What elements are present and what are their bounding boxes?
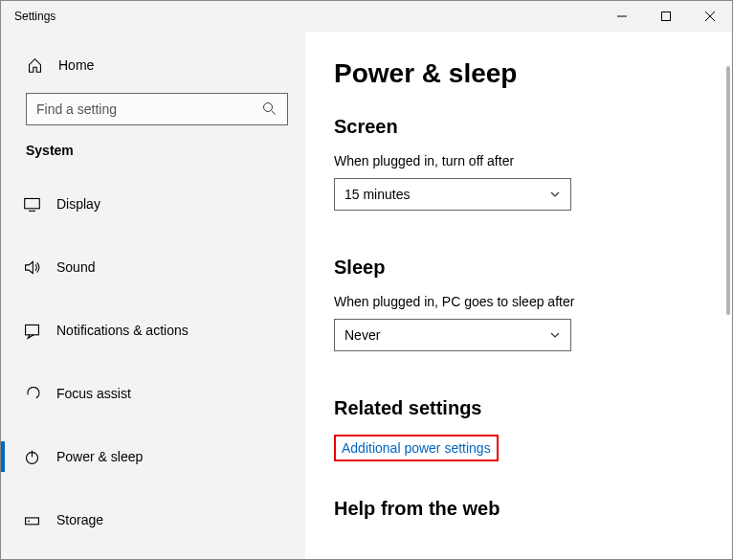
display-icon: [22, 194, 41, 213]
sidebar-item-label: Storage: [56, 512, 103, 527]
chevron-down-icon: [549, 189, 561, 200]
power-icon: [22, 447, 41, 466]
notifications-icon: [22, 321, 41, 340]
sidebar-item-focus-assist[interactable]: Focus assist: [5, 372, 305, 414]
sidebar-item-label: Notifications & actions: [56, 323, 189, 338]
minimize-button[interactable]: [600, 1, 644, 32]
sidebar: Home System Display Sound Notifica: [1, 32, 305, 559]
screen-heading: Screen: [334, 116, 732, 138]
close-button[interactable]: [688, 1, 732, 32]
screen-off-value: 15 minutes: [344, 187, 410, 202]
sidebar-item-notifications[interactable]: Notifications & actions: [5, 309, 305, 351]
scrollbar-thumb[interactable]: [726, 66, 730, 315]
focus-assist-icon: [22, 384, 41, 403]
sleep-label: When plugged in, PC goes to sleep after: [334, 294, 732, 309]
sidebar-item-power-sleep[interactable]: Power & sleep: [5, 436, 305, 478]
additional-power-settings-link[interactable]: Additional power settings: [334, 435, 499, 461]
titlebar: Settings: [1, 1, 732, 32]
home-nav[interactable]: Home: [5, 51, 305, 79]
search-icon: [262, 101, 278, 117]
main-content: Power & sleep Screen When plugged in, tu…: [305, 32, 732, 559]
svg-point-4: [264, 103, 273, 112]
section-label: System: [5, 143, 305, 158]
svg-rect-6: [24, 198, 39, 208]
window-title: Settings: [14, 10, 56, 23]
sleep-heading: Sleep: [334, 257, 732, 279]
maximize-button[interactable]: [644, 1, 688, 32]
sleep-value: Never: [344, 327, 380, 343]
sidebar-item-storage[interactable]: Storage: [5, 499, 305, 541]
svg-line-5: [272, 111, 276, 115]
screen-off-dropdown[interactable]: 15 minutes: [334, 178, 571, 211]
sidebar-item-label: Display: [56, 196, 100, 212]
sidebar-item-label: Sound: [56, 259, 95, 275]
page-title: Power & sleep: [334, 58, 732, 89]
svg-rect-1: [662, 12, 671, 21]
screen-off-label: When plugged in, turn off after: [334, 153, 732, 168]
sidebar-item-label: Power & sleep: [56, 449, 143, 464]
sidebar-item-label: Focus assist: [56, 386, 131, 401]
home-icon: [26, 56, 43, 74]
search-input[interactable]: [36, 101, 262, 117]
sleep-dropdown[interactable]: Never: [334, 319, 571, 351]
related-heading: Related settings: [334, 397, 732, 419]
sound-icon: [22, 258, 41, 277]
chevron-down-icon: [549, 329, 561, 341]
storage-icon: [22, 510, 41, 529]
sidebar-item-display[interactable]: Display: [5, 183, 305, 225]
svg-rect-11: [25, 517, 38, 524]
sidebar-item-sound[interactable]: Sound: [5, 246, 305, 288]
svg-rect-8: [25, 325, 38, 334]
home-label: Home: [58, 57, 94, 73]
svg-point-12: [28, 520, 30, 522]
scrollbar[interactable]: [726, 66, 730, 559]
help-heading: Help from the web: [334, 498, 732, 520]
search-box[interactable]: [26, 93, 288, 125]
